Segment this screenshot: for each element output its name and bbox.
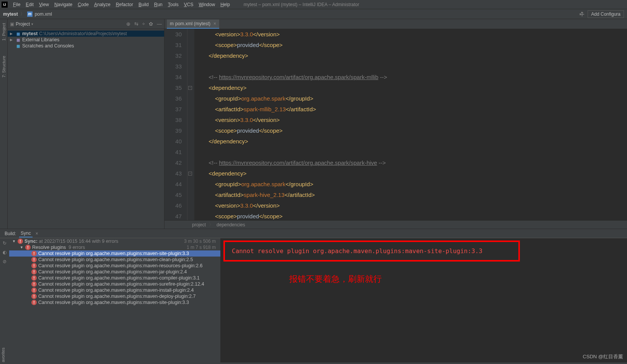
navigation-bar: mytest 〉 m pom.xml ⚒ Add Configura bbox=[0, 9, 627, 19]
locate-icon[interactable]: ⊕ bbox=[126, 21, 130, 27]
tree-item[interactable]: ▶▦External Libraries bbox=[8, 37, 164, 43]
hide-icon[interactable]: — bbox=[157, 21, 162, 27]
error-row[interactable]: !Cannot resolve plugin org.apache.maven.… bbox=[9, 293, 220, 299]
project-panel-header: ▣ Project ▾ ⊕ ⇆ ÷ ✿ — bbox=[8, 19, 164, 29]
build-panel: Build: Sync × ↻ ◐ ⊘ ▼!Sync: at 2022/7/15… bbox=[0, 229, 627, 362]
menu-run[interactable]: Run bbox=[152, 1, 165, 8]
tree-item[interactable]: ▶▦mytest C:\Users\Administrator\IdeaProj… bbox=[8, 31, 164, 37]
menu-window[interactable]: Window bbox=[196, 1, 217, 8]
annotation-text: 报错不要着急，刷新就行 bbox=[289, 273, 382, 285]
menu-navigate[interactable]: Navigate bbox=[52, 1, 75, 8]
code-area[interactable]: 30313233343536373839404142434445464748 −… bbox=[164, 29, 627, 220]
error-message-box: Cannot resolve plugin org.apache.maven.p… bbox=[223, 240, 520, 262]
breadcrumb-separator: 〉 bbox=[20, 11, 25, 17]
project-tool-button[interactable]: 1: Project bbox=[2, 23, 6, 41]
editor-breadcrumb: project 〉 dependencies bbox=[164, 220, 627, 229]
error-row[interactable]: !Cannot resolve plugin org.apache.maven.… bbox=[9, 269, 220, 275]
stop-icon[interactable]: ◐ bbox=[3, 250, 7, 255]
maven-file-icon: m bbox=[27, 11, 33, 17]
sync-tab[interactable]: Sync bbox=[19, 230, 33, 237]
error-row[interactable]: !Cannot resolve plugin org.apache.maven.… bbox=[9, 281, 220, 287]
structure-tool-button[interactable]: 7: Structure bbox=[2, 56, 6, 78]
titlebar: IJ FileEditViewNavigateCodeAnalyzeRefact… bbox=[0, 0, 627, 9]
close-icon[interactable]: × bbox=[36, 231, 38, 236]
project-tree[interactable]: ▶▦mytest C:\Users\Administrator\IdeaProj… bbox=[8, 29, 164, 50]
left-tool-strip: 1: Project 7: Structure bbox=[0, 19, 8, 229]
line-gutter: 30313233343536373839404142434445464748 bbox=[164, 29, 187, 220]
menu-edit[interactable]: Edit bbox=[23, 1, 36, 8]
collapse-icon[interactable]: ÷ bbox=[142, 21, 145, 27]
resolve-row[interactable]: ▼!Resolve plugins 9 errors1 m 7 s 918 m bbox=[9, 244, 220, 250]
breadcrumb-item[interactable]: dependencies bbox=[217, 222, 245, 227]
watermark: CSDN @红目香薰 bbox=[583, 353, 623, 360]
breadcrumb-project[interactable]: mytest bbox=[3, 11, 18, 17]
app-logo-icon: IJ bbox=[2, 2, 8, 8]
project-panel-title[interactable]: Project bbox=[16, 21, 30, 27]
window-title: mytest – pom.xml (mytest) – IntelliJ IDE… bbox=[244, 2, 359, 7]
folder-icon: ▣ bbox=[10, 21, 14, 27]
main-area: 1: Project 7: Structure ▣ Project ▾ ⊕ ⇆ … bbox=[0, 19, 627, 229]
menu-help[interactable]: Help bbox=[218, 1, 232, 8]
build-tree[interactable]: ▼!Sync: at 2022/7/15 0015 16:44 with 9 e… bbox=[9, 238, 220, 362]
menu-analyze[interactable]: Analyze bbox=[92, 1, 113, 8]
build-detail: Cannot resolve plugin org.apache.maven.p… bbox=[220, 238, 627, 362]
project-panel: ▣ Project ▾ ⊕ ⇆ ÷ ✿ — ▶▦mytest C:\Users\… bbox=[8, 19, 164, 229]
build-label: Build: bbox=[5, 231, 16, 236]
editor-tab-label: pom.xml (mytest) bbox=[175, 21, 210, 26]
fold-gutter[interactable]: −− bbox=[187, 29, 194, 220]
error-row[interactable]: !Cannot resolve plugin org.apache.maven.… bbox=[9, 275, 220, 281]
dropdown-icon[interactable]: ▾ bbox=[31, 22, 33, 26]
menu-vcs[interactable]: VCS bbox=[182, 1, 196, 8]
editor: m pom.xml (mytest) × 3031323334353637383… bbox=[164, 19, 627, 229]
code-content[interactable]: <version>3.3.0</version> <scope>provided… bbox=[194, 29, 627, 220]
build-icon[interactable]: ⚒ bbox=[578, 10, 586, 18]
menu-view[interactable]: View bbox=[37, 1, 51, 8]
toggle-icon[interactable]: ⊘ bbox=[3, 259, 7, 264]
maven-file-icon: m bbox=[170, 21, 174, 26]
menu-build[interactable]: Build bbox=[136, 1, 151, 8]
editor-tabbar: m pom.xml (mytest) × bbox=[164, 19, 627, 29]
breadcrumb-sep: 〉 bbox=[209, 221, 213, 228]
breadcrumb-item[interactable]: project bbox=[192, 222, 206, 227]
menu-file[interactable]: File bbox=[11, 1, 23, 8]
sync-row[interactable]: ▼!Sync: at 2022/7/15 0015 16:44 with 9 e… bbox=[9, 238, 220, 244]
error-row[interactable]: !Cannot resolve plugin org.apache.maven.… bbox=[9, 299, 220, 306]
build-toolbar: ↻ ◐ ⊘ bbox=[0, 238, 9, 362]
expand-icon[interactable]: ⇆ bbox=[134, 21, 138, 27]
refresh-icon[interactable]: ↻ bbox=[3, 240, 7, 246]
menubar: FileEditViewNavigateCodeAnalyzeRefactorB… bbox=[11, 1, 232, 8]
error-row[interactable]: !Cannot resolve plugin org.apache.maven.… bbox=[9, 263, 220, 269]
menu-refactor[interactable]: Refactor bbox=[114, 1, 135, 8]
error-row[interactable]: !Cannot resolve plugin org.apache.maven.… bbox=[9, 250, 220, 257]
error-row[interactable]: !Cannot resolve plugin org.apache.maven.… bbox=[9, 287, 220, 293]
menu-tools[interactable]: Tools bbox=[166, 1, 181, 8]
tree-item[interactable]: ▦Scratches and Consoles bbox=[8, 43, 164, 49]
favorites-tool-button[interactable]: avorites bbox=[0, 346, 8, 364]
gear-icon[interactable]: ✿ bbox=[149, 21, 153, 27]
add-configuration-button[interactable]: Add Configura bbox=[588, 10, 624, 18]
build-panel-header: Build: Sync × bbox=[0, 229, 627, 238]
editor-tab[interactable]: m pom.xml (mytest) × bbox=[167, 20, 219, 29]
close-icon[interactable]: × bbox=[213, 21, 216, 26]
breadcrumb-file[interactable]: pom.xml bbox=[35, 11, 52, 17]
error-row[interactable]: !Cannot resolve plugin org.apache.maven.… bbox=[9, 257, 220, 263]
menu-code[interactable]: Code bbox=[75, 1, 91, 8]
